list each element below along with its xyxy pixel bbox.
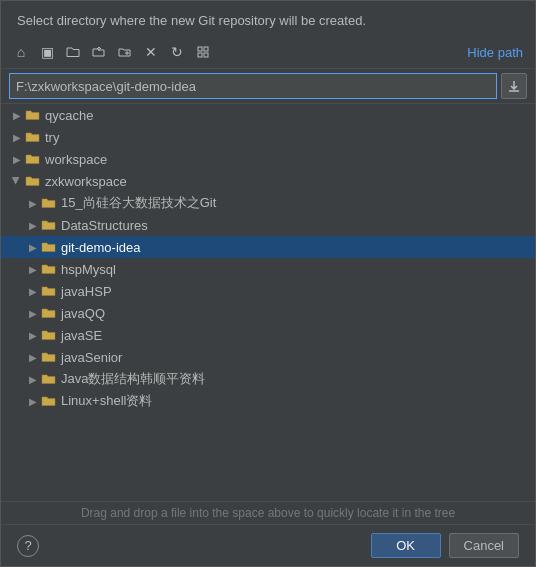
tree-arrow: ▶ [9,151,25,167]
tree-arrow: ▶ [9,107,25,123]
tree-item-label: 15_尚硅谷大数据技术之Git [61,194,216,212]
tree-arrow: ▶ [9,129,25,145]
folder-icon [25,173,41,189]
folder-icon [41,349,57,365]
tree-arrow: ▶ [25,371,41,387]
svg-rect-0 [198,47,202,51]
download-icon [508,80,520,92]
drag-hint: Drag and drop a file into the space abov… [1,501,535,524]
svg-rect-3 [204,53,208,57]
tree-arrow: ▶ [25,327,41,343]
svg-rect-1 [204,47,208,51]
folder-icon [41,217,57,233]
tree-arrow: ▶ [25,239,41,255]
tree-item[interactable]: ▶ DataStructures [1,214,535,236]
folder-icon [41,305,57,321]
tree-arrow: ▶ [25,283,41,299]
path-input[interactable] [9,73,497,99]
folder-up-icon [92,45,106,59]
svg-rect-2 [198,53,202,57]
hide-path-link[interactable]: Hide path [463,43,527,62]
tree-item[interactable]: ▶ git-demo-idea [1,236,535,258]
folder-icon [41,327,57,343]
expand-all-icon-btn[interactable] [191,40,215,64]
folder-icon [41,393,57,409]
cancel-button[interactable]: Cancel [449,533,519,558]
tree-item[interactable]: ▶ 15_尚硅谷大数据技术之Git [1,192,535,214]
folder-icon [25,129,41,145]
home-icon-btn[interactable]: ⌂ [9,40,33,64]
refresh-icon-btn[interactable]: ↻ [165,40,189,64]
new-folder-icon [118,45,132,59]
tree-item[interactable]: ▶ javaSenior [1,346,535,368]
folder-open-icon [66,45,80,59]
dialog: Select directory where the new Git repos… [0,0,536,567]
tree-item-label: javaSenior [61,350,122,365]
delete-icon-btn[interactable]: ✕ [139,40,163,64]
tree-item-label: qycache [45,108,93,123]
new-folder-icon-btn[interactable] [113,40,137,64]
folder-up-icon-btn[interactable] [87,40,111,64]
tree-item-label: DataStructures [61,218,148,233]
tree-item[interactable]: ▶ zxkworkspace [1,170,535,192]
tree-item-label: git-demo-idea [61,240,141,255]
tree-arrow: ▶ [25,217,41,233]
tree-arrow: ▶ [25,261,41,277]
tree-item-label: javaSE [61,328,102,343]
dialog-footer: ? OK Cancel [1,524,535,566]
folder-icon [41,371,57,387]
download-btn[interactable] [501,73,527,99]
tree-arrow: ▶ [25,195,41,211]
folder-icon [41,195,57,211]
folder-icon [25,107,41,123]
tree-item-label: hspMysql [61,262,116,277]
path-row [1,69,535,103]
help-button[interactable]: ? [17,535,39,557]
tree-container[interactable]: ▶ qycache▶ try▶ workspace▶ zxkworkspace▶… [1,103,535,501]
tree-arrow: ▶ [25,393,41,409]
tree-item-label: workspace [45,152,107,167]
folder-icon [41,283,57,299]
ok-button[interactable]: OK [371,533,441,558]
tree-item-label: javaHSP [61,284,112,299]
tree-item[interactable]: ▶ Java数据结构韩顺平资料 [1,368,535,390]
tree-item[interactable]: ▶ javaHSP [1,280,535,302]
tree-arrow: ▶ [25,349,41,365]
tree-item[interactable]: ▶ hspMysql [1,258,535,280]
expand-icon [196,45,210,59]
tree-item-label: Linux+shell资料 [61,392,152,410]
tree-item[interactable]: ▶ try [1,126,535,148]
tree-item[interactable]: ▶ javaQQ [1,302,535,324]
folder-icon-btn[interactable] [61,40,85,64]
tree-item-label: Java数据结构韩顺平资料 [61,370,205,388]
folder-icon [25,151,41,167]
tree-item-label: zxkworkspace [45,174,127,189]
tree-arrow: ▶ [25,305,41,321]
tree-item-label: try [45,130,59,145]
tree-item[interactable]: ▶ workspace [1,148,535,170]
tree-item-label: javaQQ [61,306,105,321]
folder-icon [41,239,57,255]
tree-item[interactable]: ▶ javaSE [1,324,535,346]
tree-item[interactable]: ▶ qycache [1,104,535,126]
tree-item[interactable]: ▶ Linux+shell资料 [1,390,535,412]
dialog-title: Select directory where the new Git repos… [1,1,535,36]
folder-icon [41,261,57,277]
toolbar: ⌂ ▣ ✕ ↻ [1,36,535,69]
tree-arrow: ▶ [9,173,25,189]
desktop-icon-btn[interactable]: ▣ [35,40,59,64]
